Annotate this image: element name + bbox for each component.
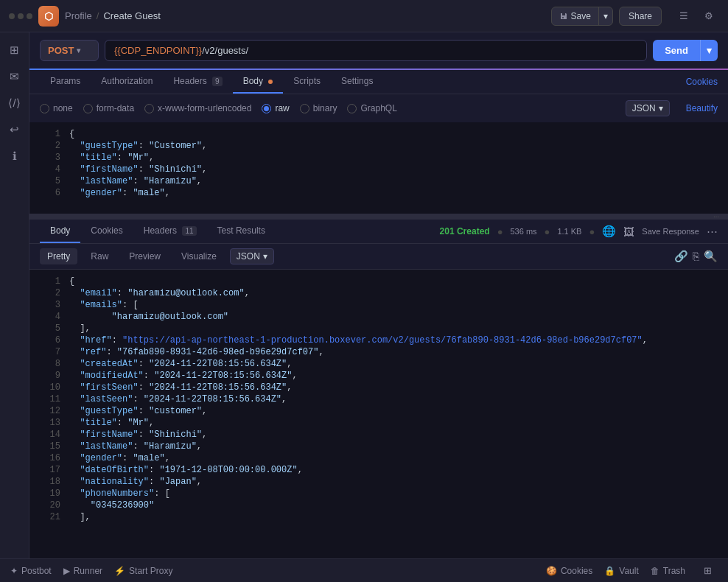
tab-scripts[interactable]: Scripts xyxy=(283,70,331,94)
sidebar-toggle-icon[interactable]: ☰ xyxy=(673,6,694,27)
resp-link-icon[interactable]: 🔗 xyxy=(674,250,688,263)
code-line-5: 5 "lastName": "Haramizu", xyxy=(29,175,728,187)
resp-line-13: 13 "title": "Mr", xyxy=(29,417,728,429)
tab-body[interactable]: Body xyxy=(233,70,284,94)
vault-item[interactable]: 🔒 Vault xyxy=(604,566,638,576)
resp-line-3: 3 "emails": [ xyxy=(29,299,728,311)
url-path: /v2/guests/ xyxy=(202,45,248,56)
sidebar-icon-1[interactable]: ⊞ xyxy=(3,38,27,62)
resp-line-6: 6 "href": "https://api-ap-northeast-1-pr… xyxy=(29,334,728,346)
resp-tab-cookies[interactable]: Cookies xyxy=(80,220,133,243)
sidebar-icon-2[interactable]: ✉ xyxy=(3,65,27,88)
response-image-icon[interactable]: 🖼 xyxy=(623,225,634,238)
request-tabs: Params Authorization Headers 9 Body Scri… xyxy=(29,70,728,94)
method-select[interactable]: POST ▾ xyxy=(40,40,99,61)
tab-cookies-right[interactable]: Cookies xyxy=(686,77,718,87)
save-dropdown-arrow[interactable]: ▾ xyxy=(598,7,612,25)
tab-settings[interactable]: Settings xyxy=(331,70,383,94)
sidebar-icon-3[interactable]: ⟨/⟩ xyxy=(3,91,27,115)
resp-line-20: 20 "0345236900" xyxy=(29,499,728,511)
json-format-selector[interactable]: JSON ▾ xyxy=(626,100,670,116)
cookies-item[interactable]: 🍪 Cookies xyxy=(546,566,592,576)
resp-line-5: 5 ], xyxy=(29,323,728,334)
json-format-chevron: ▾ xyxy=(659,103,663,113)
radio-none[interactable]: none xyxy=(40,103,73,113)
resp-copy-icon[interactable]: ⎘ xyxy=(693,250,699,263)
code-line-1: 1 { xyxy=(29,128,728,140)
radio-binary[interactable]: binary xyxy=(300,103,337,113)
response-time: 536 ms xyxy=(511,227,537,236)
status-badge: 201 Created xyxy=(440,226,490,236)
window-controls xyxy=(9,13,32,19)
resp-headers-count: 11 xyxy=(182,226,196,236)
url-input[interactable]: {{CDP_ENDPOINT}} /v2/guests/ xyxy=(105,40,647,61)
breadcrumb: Profile / Create Guest xyxy=(65,10,161,21)
dot-2 xyxy=(18,13,24,19)
postbot-item[interactable]: ✦ Postbot xyxy=(10,566,52,576)
radio-graphql[interactable]: GraphQL xyxy=(347,103,396,113)
sidebar-icon-5[interactable]: ℹ xyxy=(3,144,27,168)
tab-params[interactable]: Params xyxy=(40,70,91,94)
tab-authorization[interactable]: Authorization xyxy=(91,70,163,94)
resp-line-8: 8 "createdAt": "2024-11-22T08:15:56.634Z… xyxy=(29,358,728,370)
radio-form-data-circle xyxy=(83,104,93,113)
save-response-button[interactable]: Save Response xyxy=(642,227,699,236)
save-button[interactable]: Save ▾ xyxy=(551,7,613,26)
share-button[interactable]: Share xyxy=(619,7,662,26)
radio-binary-circle xyxy=(300,104,309,113)
response-json-selector[interactable]: JSON ▾ xyxy=(230,248,274,264)
start-proxy-item[interactable]: ⚡ Start Proxy xyxy=(114,566,172,576)
resp-line-9: 9 "modifiedAt": "2024-11-22T08:15:56.634… xyxy=(29,370,728,382)
resp-json-chevron: ▾ xyxy=(263,251,267,262)
code-line-4: 4 "firstName": "Shinichi", xyxy=(29,164,728,175)
href-link[interactable]: "https://api-ap-northeast-1-production.b… xyxy=(122,335,643,346)
fmt-visualize[interactable]: Visualize xyxy=(174,248,224,264)
trash-item[interactable]: 🗑 Trash xyxy=(651,566,685,576)
proxy-icon: ⚡ xyxy=(114,566,125,576)
response-globe-icon[interactable]: 🌐 xyxy=(602,225,616,238)
resp-tab-test-results[interactable]: Test Results xyxy=(207,220,276,243)
response-size: 1.1 KB xyxy=(557,227,581,236)
response-code[interactable]: 1 { 2 "email": "haramizu@outlook.com", 3… xyxy=(29,270,728,558)
app-icon: ⬡ xyxy=(38,6,59,27)
tab-headers[interactable]: Headers 9 xyxy=(163,70,232,94)
radio-form-data[interactable]: form-data xyxy=(83,103,134,113)
cookies-icon: 🍪 xyxy=(546,566,557,576)
fmt-raw[interactable]: Raw xyxy=(83,248,116,264)
beautify-button[interactable]: Beautify xyxy=(686,103,718,113)
body-dot xyxy=(268,80,273,84)
response-format-row: Pretty Raw Preview Visualize JSON ▾ 🔗 ⎘ … xyxy=(29,244,728,270)
send-label[interactable]: Send xyxy=(653,40,700,61)
radio-urlencoded[interactable]: x-www-form-urlencoded xyxy=(144,103,251,113)
send-dropdown[interactable]: ▾ xyxy=(700,40,718,61)
resp-line-19: 19 "phoneNumbers": [ xyxy=(29,488,728,499)
radio-raw-circle xyxy=(262,104,271,113)
bottom-bar: ✦ Postbot ▶ Runner ⚡ Start Proxy 🍪 Cooki… xyxy=(0,558,728,582)
settings-icon[interactable]: ⚙ xyxy=(699,6,719,27)
request-code-editor[interactable]: 1 { 2 "guestType": "Customer", 3 "title"… xyxy=(29,122,728,214)
resp-line-16: 16 "gender": "male", xyxy=(29,452,728,464)
resize-handle[interactable]: ⋯ xyxy=(29,214,728,220)
runner-item[interactable]: ▶ Runner xyxy=(63,566,102,576)
bottom-grid-icon[interactable]: ⊞ xyxy=(697,561,718,581)
fmt-preview[interactable]: Preview xyxy=(122,248,168,264)
radio-urlencoded-circle xyxy=(144,104,154,113)
fmt-pretty[interactable]: Pretty xyxy=(40,248,77,264)
resp-tab-body[interactable]: Body xyxy=(40,220,80,243)
headers-count: 9 xyxy=(212,77,223,86)
radio-raw[interactable]: raw xyxy=(262,103,289,113)
dot-1 xyxy=(9,13,15,19)
response-section: Body Cookies Headers 11 Test Results 201… xyxy=(29,220,728,558)
sidebar-icon-4[interactable]: ↩ xyxy=(3,118,27,141)
breadcrumb-profile[interactable]: Profile xyxy=(65,10,92,21)
resp-line-4: 4 "haramizu@outlook.com" xyxy=(29,311,728,323)
resp-search-icon[interactable]: 🔍 xyxy=(704,250,718,263)
save-label[interactable]: Save xyxy=(552,7,598,25)
send-button[interactable]: Send ▾ xyxy=(653,40,718,61)
breadcrumb-current: Create Guest xyxy=(103,10,160,21)
resp-line-21: 21 ], xyxy=(29,511,728,523)
resp-line-11: 11 "lastSeen": "2024-11-22T08:15:56.634Z… xyxy=(29,393,728,405)
resp-tab-headers[interactable]: Headers 11 xyxy=(133,220,207,243)
response-more-icon[interactable]: ⋯ xyxy=(707,225,718,238)
resp-line-17: 17 "dateOfBirth": "1971-12-08T00:00:00.0… xyxy=(29,464,728,476)
